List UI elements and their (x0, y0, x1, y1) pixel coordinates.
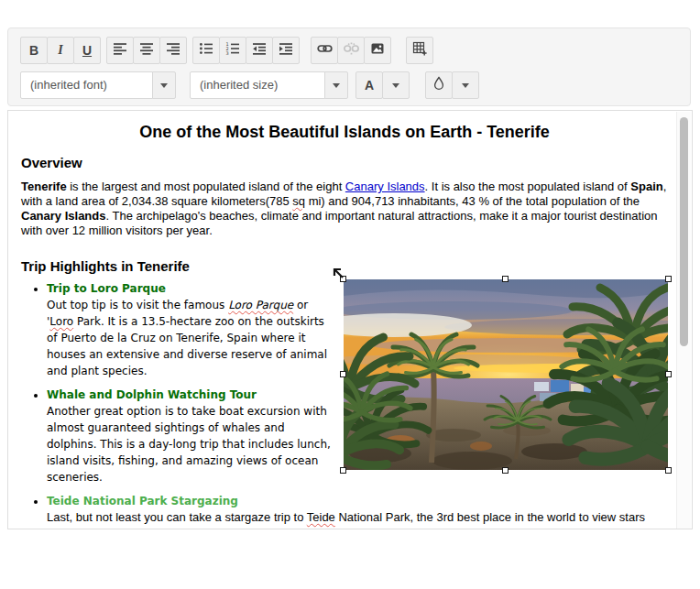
editor-toolbar: B I U (7, 27, 691, 106)
rich-text-editor: B I U (0, 0, 700, 589)
bullet-list-icon (199, 41, 213, 60)
font-size-dropdown-button[interactable] (324, 71, 348, 99)
link-media-button-group (311, 37, 391, 64)
italic-button[interactable]: I (47, 37, 74, 64)
style-button-group: B I U (20, 37, 101, 64)
misspelled-word: Loro (49, 315, 73, 328)
align-center-button[interactable] (133, 37, 160, 64)
outdent-button[interactable] (246, 37, 273, 64)
bold-text: Tenerife (21, 180, 67, 193)
body-text: . The archipelago's beaches, climate and… (21, 209, 658, 237)
canary-islands-link[interactable]: Canary Islands (345, 180, 425, 193)
indent-button[interactable] (272, 37, 300, 64)
list-item-body: Park. It is a 13.5-hectare zoo on the ou… (47, 315, 327, 377)
indent-icon (279, 41, 293, 60)
overview-paragraph: Tenerife is the largest and most populat… (21, 180, 668, 238)
unordered-list-button[interactable] (192, 37, 220, 64)
body-text: is the largest and most populated island… (67, 180, 345, 193)
highlight-color-dropdown-button[interactable] (452, 71, 479, 99)
bold-icon: B (29, 44, 38, 57)
align-button-group (106, 37, 187, 64)
vertical-scrollbar[interactable] (676, 112, 691, 529)
overview-heading: Overview (21, 155, 668, 171)
align-right-icon (166, 41, 180, 60)
resize-handle-n[interactable] (502, 276, 509, 282)
align-center-icon (139, 41, 154, 60)
resize-handle-w[interactable] (340, 371, 346, 377)
ordered-list-button[interactable]: 123 (219, 37, 246, 64)
toolbar-row-2: (inherited font) (inherited size) A (20, 71, 678, 99)
resize-handle-se[interactable] (665, 467, 672, 474)
unlink-button[interactable] (337, 37, 365, 64)
link-button[interactable] (311, 37, 338, 64)
numbered-list-icon: 123 (225, 41, 240, 60)
underline-button[interactable]: U (73, 37, 101, 64)
body-text: Last, but not least you can take a starg… (47, 510, 307, 524)
body-text: mi) and 904,713 inhabitants, 43 % of the… (305, 194, 640, 208)
link-icon (317, 41, 333, 60)
insert-table-button[interactable] (406, 37, 433, 64)
document-body: One of the Most Beautiful Islands on Ear… (8, 111, 692, 529)
body-text: . It is also the most populated island o… (425, 180, 631, 193)
list-item-body: Out top tip is to visit the famous (47, 299, 228, 311)
svg-text:3: 3 (226, 50, 229, 56)
font-family-dropdown-button[interactable] (152, 71, 176, 99)
resize-handle-sw[interactable] (340, 467, 346, 474)
highlight-color-button[interactable] (425, 71, 453, 99)
list-item-title: Teide National Park Stargazing (47, 495, 238, 507)
resize-handle-ne[interactable] (665, 276, 672, 282)
chevron-down-icon (462, 83, 469, 88)
text-color-group: A (355, 71, 410, 99)
misspelled-word: sq (292, 194, 305, 208)
image-float-area (336, 238, 668, 474)
font-family-select: (inherited font) (20, 71, 176, 99)
align-left-icon (113, 41, 127, 60)
image-icon (370, 41, 385, 60)
italic-icon: I (58, 44, 62, 57)
highlight-color-group (425, 71, 479, 99)
chevron-down-icon (392, 83, 399, 88)
resize-cursor-icon (332, 267, 345, 283)
scrollbar-thumb[interactable] (680, 117, 688, 346)
list-item-body: Last, but not least you can take a starg… (47, 510, 645, 529)
resize-handle-s[interactable] (502, 467, 509, 474)
insert-image-button[interactable] (364, 37, 391, 64)
table-plus-icon (412, 41, 428, 60)
font-size-select: (inherited size) (190, 71, 348, 99)
bold-text: Spain (630, 180, 662, 193)
bold-text: Canary Islands (21, 209, 106, 223)
list-item-title: Trip to Loro Parque (47, 282, 166, 295)
toolbar-row-1: B I U (20, 37, 678, 64)
font-size-value[interactable]: (inherited size) (190, 71, 325, 99)
text-color-icon: A (365, 79, 374, 92)
align-right-button[interactable] (159, 37, 187, 64)
outdent-icon (252, 41, 267, 60)
list-item-title: Whale and Dolphin Watching Tour (47, 388, 257, 401)
list-item-teide-stargazing: Teide National Park Stargazing Last, but… (47, 493, 668, 529)
chevron-down-icon (160, 83, 168, 88)
document-title: One of the Most Beautiful Islands on Ear… (21, 122, 668, 142)
tenerife-sunset-photo (344, 279, 668, 470)
underline-icon: U (82, 44, 92, 57)
list-item-body: Another great option is to take boat exc… (47, 405, 331, 484)
table-button-group (406, 37, 433, 64)
droplet-icon (432, 76, 445, 94)
text-color-dropdown-button[interactable] (382, 71, 410, 99)
chevron-down-icon (333, 83, 340, 88)
selected-image[interactable] (344, 279, 668, 470)
unlink-icon (344, 41, 359, 60)
list-indent-button-group: 123 (192, 37, 300, 64)
font-family-value[interactable]: (inherited font) (20, 71, 153, 99)
text-color-button[interactable]: A (355, 71, 383, 99)
editor-canvas[interactable]: One of the Most Beautiful Islands on Ear… (7, 110, 693, 529)
misspelled-word: Teide (307, 510, 335, 524)
misspelled-italic-word: Loro Parque (228, 299, 293, 311)
align-left-button[interactable] (106, 37, 134, 64)
bold-button[interactable]: B (20, 37, 48, 64)
resize-handle-e[interactable] (665, 371, 672, 377)
